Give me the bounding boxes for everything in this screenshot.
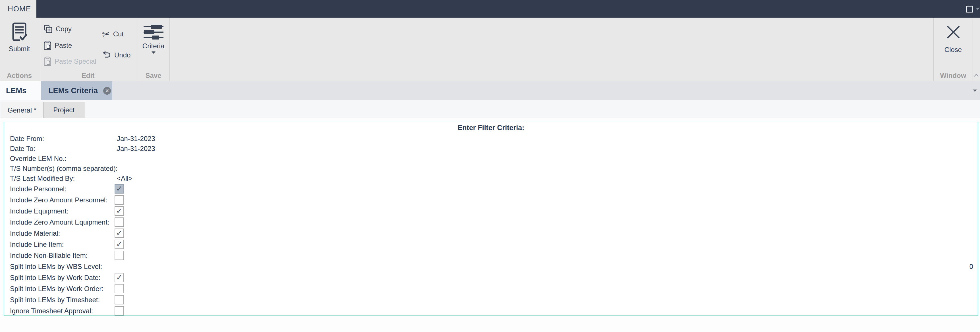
undo-button-label: Undo	[114, 51, 130, 59]
paste-special-button[interactable]: Paste Special	[43, 55, 96, 68]
ribbon-group-window: Close Window	[933, 17, 973, 81]
copy-icon	[43, 24, 52, 33]
titlebar: HOME	[0, 0, 980, 17]
tab-close-icon[interactable]: ✕	[103, 87, 111, 95]
field-label: Split into LEMs by WBS Level:	[10, 263, 115, 271]
field-checkbox[interactable]: ✓	[115, 240, 124, 249]
paste-button[interactable]: Paste	[43, 39, 72, 52]
tab-project-label: Project	[53, 106, 75, 114]
ribbon-right-pad	[973, 17, 980, 81]
collapse-ribbon-chevron-icon[interactable]	[974, 74, 979, 77]
field-value[interactable]: Jan-31-2023	[117, 145, 155, 152]
application-window: HOME Submit Actions	[0, 0, 980, 332]
filter-row: Split into LEMs by Work Date: ✓	[4, 272, 978, 283]
ribbon-tab-home[interactable]: HOME	[0, 0, 37, 17]
filter-row: Split into LEMs by WBS Level: ✓ 0	[4, 261, 978, 272]
field-label: Date From:	[10, 135, 115, 143]
field-checkbox[interactable]: ✓	[115, 251, 124, 260]
ribbon-group-label-save: Save	[137, 71, 169, 79]
ribbon-group-save: Criteria Save	[137, 17, 170, 81]
field-checkbox[interactable]: ✓	[115, 218, 124, 227]
field-checkbox[interactable]: ✓	[115, 184, 124, 194]
paste-button-label: Paste	[54, 41, 72, 49]
close-window-button[interactable]: Close	[934, 17, 973, 71]
filter-row: Override LEM No.: ✓	[4, 154, 978, 164]
field-label: Include Equipment:	[10, 207, 115, 215]
field-checkbox[interactable]: ✓	[115, 195, 124, 205]
field-checkbox[interactable]: ✓	[115, 207, 124, 216]
filter-row: Include Equipment: ✓	[4, 205, 978, 217]
paste-special-icon	[43, 57, 51, 66]
tab-overflow-chevron-icon[interactable]	[972, 89, 977, 92]
filter-row: Date To: Jan-31-2023 ✓	[4, 143, 978, 154]
field-checkbox[interactable]: ✓	[115, 229, 124, 238]
ribbon-group-label-edit: Edit	[39, 71, 137, 79]
filter-row: Include Zero Amount Personnel: ✓	[4, 194, 978, 205]
restore-window-button[interactable]	[965, 5, 974, 13]
close-button-label: Close	[945, 46, 962, 54]
checkmark-icon: ✓	[116, 273, 123, 281]
content-area: Enter Filter Criteria: Date From: Jan-31…	[0, 118, 980, 332]
tab-project[interactable]: Project	[43, 102, 84, 118]
ribbon-group-label-window: Window	[934, 71, 973, 79]
filter-form: Date From: Jan-31-2023 ✓ Date To: Jan-31…	[4, 133, 978, 316]
cut-button[interactable]: ✂ Cut	[102, 28, 124, 40]
field-label: Ignore Timesheet Approval:	[10, 307, 115, 315]
criteria-button-label: Criteria	[142, 42, 164, 50]
field-label: Date To:	[10, 145, 115, 152]
field-label: Include Material:	[10, 229, 115, 237]
filter-row: Include Zero Amount Equipment: ✓	[4, 217, 978, 228]
document-tabstrip: LEMs LEMs Criteria ✕	[0, 81, 980, 100]
filter-row: Include Material: ✓	[4, 228, 978, 239]
sub-tabstrip: General * Project	[0, 100, 980, 118]
submit-document-check-icon	[12, 22, 27, 41]
tab-general[interactable]: General *	[1, 102, 43, 118]
checkmark-icon: ✓	[116, 185, 123, 192]
field-label: Include Zero Amount Equipment:	[10, 218, 115, 226]
filter-row: Split into LEMs by Timesheet: ✓	[4, 294, 978, 305]
field-number-value[interactable]: 0	[969, 263, 973, 271]
tab-lems[interactable]: LEMs	[0, 81, 41, 100]
field-label: Include Line Item:	[10, 240, 115, 248]
undo-button[interactable]: Undo	[101, 49, 130, 61]
ribbon-group-edit: Copy Paste Paste Special ✂	[39, 17, 137, 81]
checkmark-icon: ✓	[116, 207, 123, 214]
close-x-icon	[946, 25, 961, 40]
ribbon-group-label-actions: Actions	[0, 71, 39, 79]
field-label: T/S Number(s) (comma separated):	[10, 165, 115, 173]
ribbon-spacer	[170, 17, 933, 81]
paste-special-button-label: Paste Special	[54, 57, 96, 65]
filter-row: Include Line Item: ✓	[4, 239, 978, 250]
titlebar-chevron-down-icon[interactable]	[975, 7, 980, 11]
copy-button-label: Copy	[56, 25, 72, 33]
filter-row: Split into LEMs by Work Order: ✓	[4, 283, 978, 294]
field-value[interactable]: Jan-31-2023	[117, 135, 155, 143]
tab-lems-criteria-label: LEMs Criteria	[48, 86, 98, 95]
field-checkbox[interactable]: ✓	[115, 295, 124, 304]
field-label: T/S Last Modified By:	[10, 175, 115, 183]
field-checkbox[interactable]: ✓	[115, 306, 124, 316]
tab-lems-label: LEMs	[6, 86, 27, 95]
field-value[interactable]: <All>	[117, 175, 132, 183]
filter-row: Ignore Timesheet Approval: ✓	[4, 305, 978, 316]
paste-clipboard-icon	[43, 41, 51, 50]
field-label: Split into LEMs by Work Date:	[10, 274, 115, 282]
filter-row: T/S Last Modified By: <All> ✓	[4, 173, 978, 183]
copy-button[interactable]: Copy	[43, 23, 72, 35]
panel-title: Enter Filter Criteria:	[4, 123, 978, 132]
field-label: Override LEM No.:	[10, 155, 115, 163]
scissors-icon: ✂	[102, 29, 111, 40]
undo-arrow-icon	[101, 51, 111, 59]
filter-criteria-panel: Enter Filter Criteria: Date From: Jan-31…	[4, 122, 978, 316]
filter-row: Include Non-Billable Item: ✓	[4, 250, 978, 261]
criteria-button[interactable]: Criteria	[137, 17, 169, 71]
field-checkbox[interactable]: ✓	[115, 284, 124, 293]
criteria-dropdown-chevron-icon	[151, 51, 156, 54]
tab-lems-criteria[interactable]: LEMs Criteria ✕	[41, 81, 112, 100]
filter-row: Include Personnel: ✓	[4, 183, 978, 194]
filter-row: Date From: Jan-31-2023 ✓	[4, 133, 978, 143]
field-label: Split into LEMs by Timesheet:	[10, 296, 115, 304]
field-checkbox[interactable]: ✓	[115, 273, 124, 282]
field-label: Split into LEMs by Work Order:	[10, 285, 115, 293]
submit-button[interactable]: Submit	[0, 17, 39, 71]
